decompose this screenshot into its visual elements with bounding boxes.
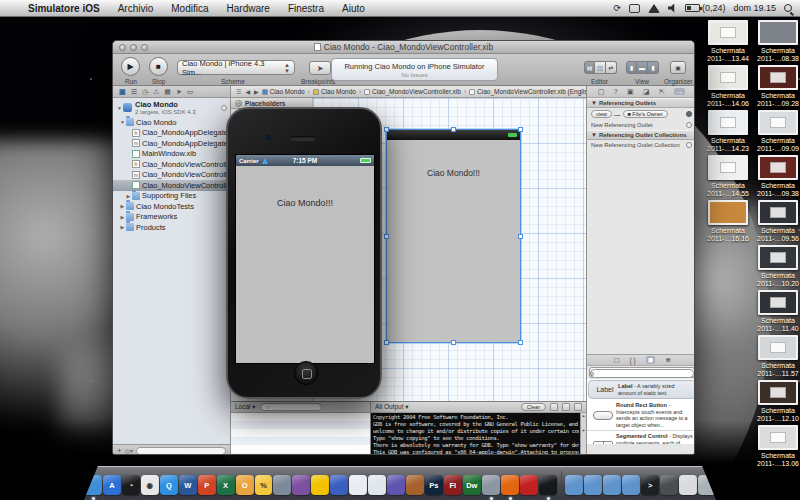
connection-circle[interactable] <box>686 111 692 117</box>
desktop-screenshot-icon[interactable]: Schermata2011-…09.38 <box>756 155 800 200</box>
connection-circle[interactable] <box>686 122 692 128</box>
desktop-screenshot-icon[interactable]: Schermata2011-…16.16 <box>706 200 750 245</box>
close-button[interactable] <box>119 44 126 51</box>
dock-icon-word[interactable]: W <box>179 475 197 495</box>
xray-toggle[interactable] <box>221 105 227 111</box>
standard-editor-button[interactable]: ▤ <box>584 61 595 74</box>
dock-icon-printer[interactable] <box>660 475 678 495</box>
battery-menu[interactable]: (0,24) <box>685 3 726 13</box>
dock-icon-textedit-document[interactable] <box>679 475 697 495</box>
library-item-label[interactable]: LabelLabel - A variably sized amount of … <box>588 380 695 399</box>
displays-icon[interactable] <box>629 4 640 13</box>
dock-icon-compass[interactable]: ◔ <box>122 475 140 495</box>
desktop-screenshot-icon[interactable]: Schermata2011-…13.44 <box>706 20 750 65</box>
dock-icon-quicktime[interactable]: Q <box>160 475 178 495</box>
quick-help-icon[interactable]: ? <box>614 88 618 95</box>
navigator-toggle-button[interactable]: ▮ <box>626 61 637 74</box>
code-snippet-library-icon[interactable]: { } <box>630 357 636 364</box>
desktop-screenshot-icon[interactable]: Schermata2011-…09.56 <box>756 200 800 245</box>
connection-circle[interactable] <box>686 142 692 148</box>
disclosure-icon[interactable]: ▼ <box>116 105 123 111</box>
outlet-pill[interactable]: view <box>591 110 612 118</box>
desktop-screenshot-icon[interactable]: Schermata2011-…14.06 <box>706 65 750 110</box>
utilities-toggle-button[interactable]: ▮ <box>648 61 659 74</box>
library-search-field[interactable] <box>590 369 694 378</box>
ios-simulator-window[interactable]: 7:15 PM Carrier Ciao Mondo!!! <box>226 107 382 399</box>
dock-icon-folder-stack[interactable] <box>622 475 640 495</box>
navigator-row[interactable]: ▼Ciao Mondo <box>113 117 230 128</box>
menu-clock[interactable]: dom 19.15 <box>733 3 776 13</box>
dock-icon-folder-documents[interactable] <box>584 475 602 495</box>
filter-icons[interactable]: ◎▾ <box>125 447 133 454</box>
menu-item-aiuto[interactable]: Aiuto <box>333 3 374 14</box>
search-navigator-icon[interactable]: ◷ <box>142 88 148 96</box>
sync-icon[interactable]: ⟳ <box>613 4 621 13</box>
dock-icon-terminal[interactable]: > <box>641 475 659 495</box>
console-split-button[interactable] <box>550 403 558 411</box>
media-library-icon[interactable]: ≣ <box>665 356 670 364</box>
navigator-row[interactable]: hCiao_MondoAppDelegate.h <box>113 128 230 139</box>
new-connection-row[interactable]: New Referencing Outlet <box>587 120 695 130</box>
library-item-segmented-control[interactable]: 12Segmented Control - Displays multiple … <box>587 431 695 444</box>
resize-handle[interactable] <box>384 127 389 132</box>
navigator-row[interactable]: MainWindow.xib <box>113 149 230 160</box>
disclosure-icon[interactable]: ▶ <box>119 224 126 230</box>
dock-icon-ios-simulator[interactable] <box>539 475 557 495</box>
back-button[interactable]: ◀ <box>245 88 250 95</box>
clear-console-button[interactable]: Clear <box>521 403 546 411</box>
library-item-round-rect-button[interactable]: Round Rect Button - Intercepts touch eve… <box>587 400 695 431</box>
minimize-button[interactable] <box>130 44 137 51</box>
menu-item-app[interactable]: Simulatore iOS <box>19 3 109 14</box>
resize-handle[interactable] <box>451 127 456 132</box>
project-navigator-icon[interactable]: ▣ <box>119 88 126 96</box>
wifi-icon[interactable] <box>648 4 660 13</box>
jump-bar-segment[interactable]: Ciao_MondoViewController.xib <box>364 88 461 95</box>
jump-bar-segment[interactable]: Ciao_MondoViewController.xib (English) <box>469 88 586 95</box>
version-editor-button[interactable]: ⇄ <box>606 61 617 74</box>
dock-icon-folder-downloads[interactable] <box>603 475 621 495</box>
stop-button[interactable]: ■ <box>149 57 168 76</box>
ib-label[interactable]: Ciao Mondo!!! <box>387 168 520 178</box>
placeholders-disclosure-icon[interactable]: ⟲ <box>235 100 242 107</box>
issue-navigator-icon[interactable]: ⚠ <box>153 88 159 96</box>
desktop-screenshot-icon[interactable]: Schermata2011-…09.09 <box>756 110 800 155</box>
jump-bar-segment[interactable]: Ciao Mondo <box>262 88 305 95</box>
console-view-button[interactable] <box>562 403 570 411</box>
variables-filter-field[interactable]: ⌕ <box>260 403 322 411</box>
forward-button[interactable]: ▶ <box>254 88 259 95</box>
dock-icon-folder-applications[interactable] <box>565 475 583 495</box>
dock-icon-dreamweaver[interactable]: Dw <box>463 475 481 495</box>
navigator-row[interactable]: Ciao_MondoViewController.xib <box>113 180 230 191</box>
filter-field[interactable] <box>136 447 226 455</box>
dock-icon-pearl[interactable] <box>387 475 405 495</box>
disclosure-icon[interactable]: ▶ <box>125 193 132 199</box>
organizer-button[interactable]: ▣ <box>670 61 686 74</box>
desktop-screenshot-icon[interactable]: Schermata2011-…11.40 <box>756 290 800 335</box>
navigator-row[interactable]: ▶Supporting Files <box>113 191 230 202</box>
dock-icon-firefox[interactable] <box>501 475 519 495</box>
desktop-screenshot-icon[interactable]: Schermata2011-…11.57 <box>756 335 800 380</box>
resize-handle[interactable] <box>384 340 389 345</box>
resize-handle[interactable] <box>518 234 523 239</box>
size-inspector-icon[interactable]: ⇱ <box>659 88 665 96</box>
home-button[interactable] <box>294 361 318 385</box>
spotlight-icon[interactable] <box>784 4 792 12</box>
log-navigator-icon[interactable]: ▭ <box>187 88 194 96</box>
breakpoint-navigator-icon[interactable]: ➤ <box>176 88 182 96</box>
dock-icon-app-store[interactable]: A <box>103 475 121 495</box>
menu-item-modifica[interactable]: Modifica <box>162 3 217 14</box>
desktop-screenshot-icon[interactable]: Schermata2011-…13.06 <box>756 425 800 470</box>
dock-icon-transmit[interactable] <box>330 475 348 495</box>
desktop-screenshot-icon[interactable]: Schermata2011-…12.10 <box>756 380 800 425</box>
dock-icon-chrome[interactable]: ◉ <box>141 475 159 495</box>
run-button[interactable]: ▶ <box>121 57 140 76</box>
debug-toggle-button[interactable]: ▬ <box>637 61 648 74</box>
menu-item-archivio[interactable]: Archivio <box>109 3 163 14</box>
dock-icon-virtualbox[interactable] <box>349 475 367 495</box>
menu-item-finestra[interactable]: Finestra <box>279 3 333 14</box>
console-output-popup[interactable]: All Output ▾ <box>375 403 409 411</box>
desktop-screenshot-icon[interactable]: Schermata2011-…10.20 <box>756 245 800 290</box>
variables-list[interactable] <box>231 413 370 455</box>
disclosure-icon[interactable]: ▶ <box>119 203 126 209</box>
dock-icon-powerpoint[interactable]: P <box>198 475 216 495</box>
